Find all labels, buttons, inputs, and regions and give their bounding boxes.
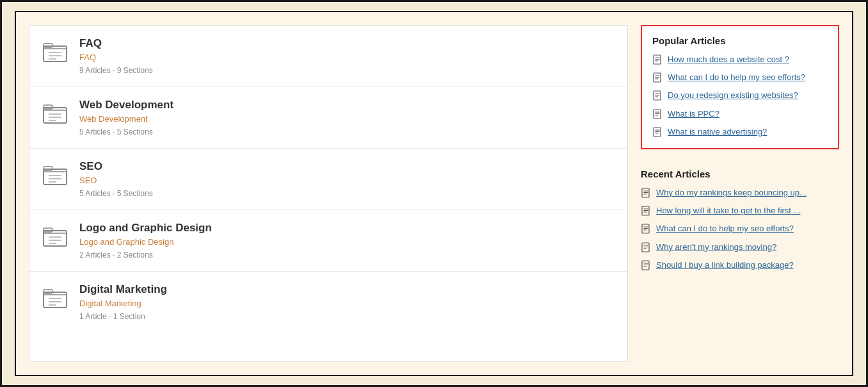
folder-icon-logo-design xyxy=(42,224,68,249)
category-subtitle-logo-design[interactable]: Logo and Graphic Design xyxy=(79,237,615,247)
category-meta-web-dev: 5 Articles · 5 Sections xyxy=(79,128,615,136)
category-title-seo: SEO xyxy=(79,160,615,173)
category-item-logo-design: Logo and Graphic Design Logo and Graphic… xyxy=(29,210,627,272)
recent-articles-list: Why do my rankings keep bouncing up... H… xyxy=(641,187,839,271)
article-icon-4 xyxy=(652,127,663,137)
article-icon-2 xyxy=(652,90,663,101)
category-subtitle-seo[interactable]: SEO xyxy=(79,176,615,185)
sidebar: Popular Articles How much does a website… xyxy=(641,25,839,362)
article-icon-1 xyxy=(652,72,663,83)
recent-article-link-0[interactable]: Why do my rankings keep bouncing up... xyxy=(656,187,807,199)
popular-article-link-2[interactable]: Do you redesign existing websites? xyxy=(668,90,798,101)
popular-article-link-1[interactable]: What can I do to help my seo efforts? xyxy=(668,72,805,83)
popular-articles-title: Popular Articles xyxy=(652,35,828,46)
folder-icon-faq xyxy=(42,40,68,64)
category-title-web-dev: Web Development xyxy=(79,99,615,111)
recent-article-icon-1 xyxy=(641,206,651,216)
recent-article-icon-3 xyxy=(641,242,651,252)
article-icon-3 xyxy=(652,109,663,119)
popular-article-item-0[interactable]: How much does a website cost ? xyxy=(652,54,828,65)
category-title-logo-design: Logo and Graphic Design xyxy=(79,222,615,235)
category-subtitle-web-dev[interactable]: Web Development xyxy=(79,114,615,124)
category-subtitle-digital-marketing[interactable]: Digital Marketing xyxy=(79,299,615,308)
category-meta-digital-marketing: 1 Article · 1 Section xyxy=(79,312,615,321)
category-item-faq: FAQ FAQ 9 Articles · 9 Sections xyxy=(29,26,627,87)
recent-article-item-4[interactable]: Should I buy a link building package? xyxy=(641,259,839,271)
popular-articles-box: Popular Articles How much does a website… xyxy=(641,25,839,149)
category-meta-logo-design: 2 Articles · 2 Sections xyxy=(79,251,615,259)
recent-article-item-2[interactable]: What can I do to help my seo efforts? xyxy=(641,223,839,235)
popular-article-link-0[interactable]: How much does a website cost ? xyxy=(668,54,789,65)
recent-article-link-4[interactable]: Should I buy a link building package? xyxy=(656,259,794,271)
popular-article-item-2[interactable]: Do you redesign existing websites? xyxy=(652,90,828,101)
page-wrapper: FAQ FAQ 9 Articles · 9 Sections Web Deve… xyxy=(15,11,853,376)
category-meta-seo: 5 Articles · 5 Sections xyxy=(79,189,615,198)
folder-icon-seo xyxy=(42,163,68,187)
recent-article-item-0[interactable]: Why do my rankings keep bouncing up... xyxy=(641,187,839,199)
category-title-digital-marketing: Digital Marketing xyxy=(79,283,615,296)
popular-articles-list: How much does a website cost ? What can … xyxy=(652,54,828,138)
recent-articles-title: Recent Articles xyxy=(641,169,839,179)
categories-panel: FAQ FAQ 9 Articles · 9 Sections Web Deve… xyxy=(29,25,628,362)
recent-article-item-3[interactable]: Why aren't my rankings moving? xyxy=(641,242,839,253)
category-meta-faq: 9 Articles · 9 Sections xyxy=(79,66,615,75)
category-title-faq: FAQ xyxy=(79,37,615,50)
recent-article-link-3[interactable]: Why aren't my rankings moving? xyxy=(656,242,776,253)
article-icon-0 xyxy=(652,54,663,65)
category-text-seo: SEO SEO 5 Articles · 5 Sections xyxy=(79,160,615,198)
category-item-web-dev: Web Development Web Development 5 Articl… xyxy=(29,87,627,149)
recent-article-icon-0 xyxy=(641,188,651,198)
category-text-logo-design: Logo and Graphic Design Logo and Graphic… xyxy=(79,222,615,259)
category-subtitle-faq[interactable]: FAQ xyxy=(79,53,615,62)
recent-article-icon-2 xyxy=(641,224,651,234)
category-text-digital-marketing: Digital Marketing Digital Marketing 1 Ar… xyxy=(79,283,615,321)
category-item-seo: SEO SEO 5 Articles · 5 Sections xyxy=(29,149,627,210)
popular-article-link-3[interactable]: What is PPC? xyxy=(668,108,719,120)
popular-article-link-4[interactable]: What is native advertising? xyxy=(668,126,767,138)
category-text-web-dev: Web Development Web Development 5 Articl… xyxy=(79,99,615,136)
popular-article-item-4[interactable]: What is native advertising? xyxy=(652,126,828,138)
recent-article-link-1[interactable]: How long will it take to get to the firs… xyxy=(656,205,800,217)
recent-article-link-2[interactable]: What can I do to help my seo efforts? xyxy=(656,223,794,235)
folder-icon-web-dev xyxy=(42,101,68,126)
recent-article-icon-4 xyxy=(641,260,651,270)
folder-icon-digital-marketing xyxy=(42,286,68,310)
category-item-digital-marketing: Digital Marketing Digital Marketing 1 Ar… xyxy=(29,272,627,333)
category-text-faq: FAQ FAQ 9 Articles · 9 Sections xyxy=(79,37,615,75)
recent-article-item-1[interactable]: How long will it take to get to the firs… xyxy=(641,205,839,217)
popular-article-item-3[interactable]: What is PPC? xyxy=(652,108,828,120)
popular-article-item-1[interactable]: What can I do to help my seo efforts? xyxy=(652,72,828,83)
recent-articles-box: Recent Articles Why do my rankings keep … xyxy=(641,160,839,271)
